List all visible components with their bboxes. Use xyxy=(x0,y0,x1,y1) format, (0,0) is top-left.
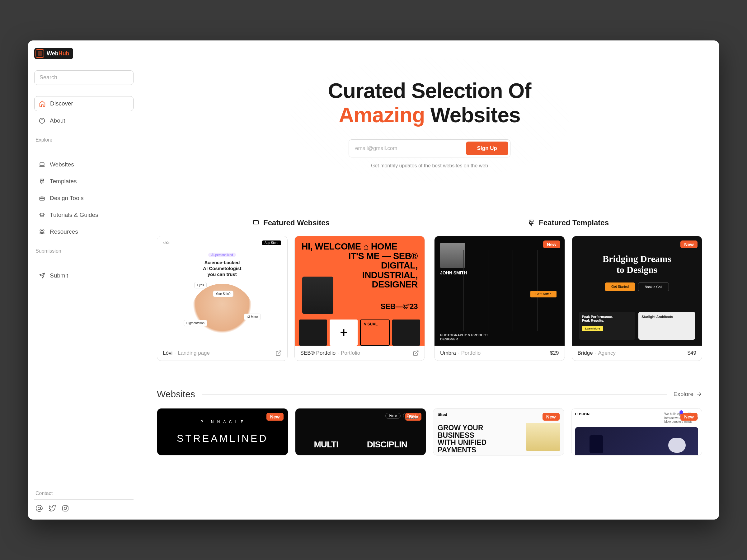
primary-nav: Discover About xyxy=(34,96,133,128)
svg-rect-3 xyxy=(40,163,44,165)
card-pinnacle[interactable]: New P I N N A C L E STREAMLINED xyxy=(157,408,288,455)
hero: Curated Selection Of Amazing Websites Si… xyxy=(157,57,702,169)
svg-rect-4 xyxy=(40,197,45,201)
laptop-icon xyxy=(252,219,260,226)
thumb-multi: New HomeContact MULTI DISCIPLIN xyxy=(295,408,426,455)
svg-point-7 xyxy=(40,232,42,234)
svg-point-12 xyxy=(67,506,68,507)
card-umbra[interactable]: New JOHN SMITH Get Started PHOTOGRAPHY &… xyxy=(434,236,565,361)
svg-point-6 xyxy=(43,230,44,231)
hero-line1: Curated Selection Of xyxy=(328,79,531,102)
card-lovi[interactable]: olōnApp Store AI-personalized Science-ba… xyxy=(157,236,288,361)
brand-name-b: Hub xyxy=(58,50,70,57)
external-link-icon[interactable] xyxy=(413,350,419,356)
send-icon xyxy=(38,272,46,279)
nav-submit[interactable]: Submit xyxy=(34,268,133,283)
card-lusion[interactable]: New LUSIONWe build epic realtime interac… xyxy=(571,408,702,455)
new-badge: New xyxy=(266,413,284,421)
toolbox-icon xyxy=(38,195,46,202)
framer-icon xyxy=(527,219,535,226)
thumb-lusion: New LUSIONWe build epic realtime interac… xyxy=(571,408,702,455)
scene-graphic xyxy=(575,427,698,455)
card-bridge-price: $49 xyxy=(688,350,696,356)
websites-section-title: Websites xyxy=(157,389,195,399)
thumb-tilted: New tilted GROW YOUR BUSINESS WITH UNIFI… xyxy=(433,408,564,455)
person-graphic xyxy=(302,276,333,314)
brand-name-a: Web xyxy=(47,50,58,57)
signup-button[interactable]: Sign Up xyxy=(466,141,508,155)
email-input[interactable] xyxy=(351,141,466,155)
card-seb[interactable]: HI, WELCOME ⌂ HOME IT'S ME — SEB® DIGITA… xyxy=(294,236,425,361)
main-content: Curated Selection Of Amazing Websites Si… xyxy=(140,41,719,519)
sidebar: WebHub Discover About Explore Websites T… xyxy=(28,41,140,519)
explore-link[interactable]: Explore xyxy=(673,391,702,398)
signup-form: Sign Up xyxy=(349,139,511,157)
hero-accent: Amazing xyxy=(339,103,424,127)
thumb-seb: HI, WELCOME ⌂ HOME IT'S ME — SEB® DIGITA… xyxy=(295,236,425,346)
logo-mark-icon xyxy=(35,49,44,58)
thumb-bridge: New Bridging Dreams to Designs Get Start… xyxy=(572,236,702,346)
nav-discover[interactable]: Discover xyxy=(34,96,133,111)
nav-tutorials-label: Tutorials & Guides xyxy=(50,212,98,218)
email-icon[interactable] xyxy=(35,505,43,512)
featured-websites-heading: Featured Websites xyxy=(252,218,330,227)
search-wrapper xyxy=(34,70,133,85)
card-bridge[interactable]: New Bridging Dreams to Designs Get Start… xyxy=(572,236,702,361)
svg-point-2 xyxy=(42,119,42,120)
face-graphic: Eyes Your Skin? Pigmentation +3 More xyxy=(191,284,253,342)
nav-about[interactable]: About xyxy=(34,113,133,128)
explore-section-label: Explore xyxy=(34,137,133,146)
framer-icon xyxy=(38,178,46,185)
new-badge: New xyxy=(680,413,697,421)
external-link-icon[interactable] xyxy=(276,350,282,356)
nav-design-tools-label: Design Tools xyxy=(50,195,83,202)
card-tilted[interactable]: New tilted GROW YOUR BUSINESS WITH UNIFI… xyxy=(433,408,564,455)
nav-resources[interactable]: Resources xyxy=(34,224,133,239)
twitter-icon[interactable] xyxy=(49,505,56,512)
card-lovi-category: Landing page xyxy=(178,350,210,356)
nav-resources-label: Resources xyxy=(50,229,78,235)
card-umbra-title: Umbra xyxy=(440,350,456,356)
search-input[interactable] xyxy=(34,70,133,85)
card-seb-title: SEB® Portfolio xyxy=(300,350,336,356)
featured-websites-title: Featured Websites xyxy=(263,218,330,227)
thumb-lovi: olōnApp Store AI-personalized Science-ba… xyxy=(157,236,287,346)
laptop-icon xyxy=(38,161,46,168)
nav-websites[interactable]: Websites xyxy=(34,157,133,172)
nav-templates-label: Templates xyxy=(50,178,77,185)
instagram-icon[interactable] xyxy=(61,505,69,512)
brand-logo[interactable]: WebHub xyxy=(34,48,73,59)
websites-section-header: Websites Explore xyxy=(157,389,702,399)
nav-design-tools[interactable]: Design Tools xyxy=(34,191,133,205)
featured-templates-title: Featured Templates xyxy=(539,218,609,227)
svg-rect-13 xyxy=(253,220,258,224)
arrow-right-icon xyxy=(696,391,702,397)
thumb-pinnacle: New P I N N A C L E STREAMLINED xyxy=(157,408,288,455)
card-multi[interactable]: New HomeContact MULTI DISCIPLIN xyxy=(295,408,427,455)
card-bridge-category: Agency xyxy=(598,350,616,356)
featured-templates-heading: Featured Templates xyxy=(527,218,609,227)
nav-submit-label: Submit xyxy=(50,272,68,279)
websites-grid: New P I N N A C L E STREAMLINED New Home… xyxy=(157,408,702,455)
featured-websites-column: Featured Websites olōnApp Store AI-perso… xyxy=(157,218,425,361)
nav-templates[interactable]: Templates xyxy=(34,174,133,189)
featured-templates-column: Featured Templates New JOHN SMITH Get St… xyxy=(434,218,702,361)
card-seb-category: Portfolio xyxy=(341,350,360,356)
submission-nav: Submit xyxy=(34,268,133,283)
graduation-icon xyxy=(38,212,46,218)
nav-tutorials[interactable]: Tutorials & Guides xyxy=(34,208,133,222)
contact-section-label: Contact xyxy=(34,490,133,500)
card-bridge-title: Bridge xyxy=(578,350,593,356)
featured-row: Featured Websites olōnApp Store AI-perso… xyxy=(157,218,702,361)
hero-line2: Websites xyxy=(425,103,520,127)
info-icon xyxy=(38,117,46,124)
svg-point-8 xyxy=(43,232,44,234)
thumb-umbra: New JOHN SMITH Get Started PHOTOGRAPHY &… xyxy=(435,236,565,346)
card-umbra-price: $29 xyxy=(550,350,559,356)
svg-point-11 xyxy=(64,507,67,510)
new-badge: New xyxy=(680,240,697,248)
explore-nav: Websites Templates Design Tools Tutorial… xyxy=(34,157,133,239)
nav-discover-label: Discover xyxy=(50,100,73,107)
submission-section-label: Submission xyxy=(34,248,133,257)
hero-headline: Curated Selection Of Amazing Websites xyxy=(157,78,702,127)
